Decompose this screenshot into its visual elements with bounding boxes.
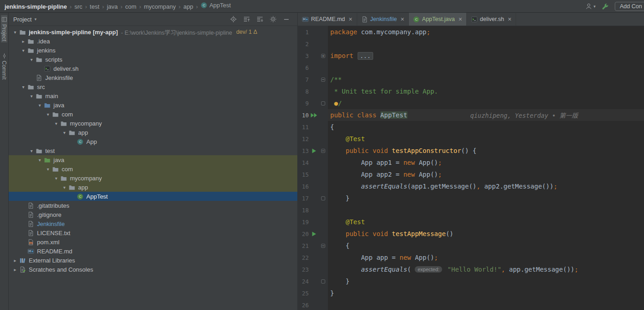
code-line-text[interactable]: package com.mycompany.app; bbox=[328, 26, 644, 38]
tree-row[interactable]: ▾java bbox=[9, 100, 297, 110]
line-number[interactable]: 10 bbox=[298, 112, 309, 119]
chevron-right-icon[interactable]: ▸ bbox=[11, 258, 19, 263]
line-number[interactable]: 21 bbox=[298, 242, 309, 249]
code-line-text[interactable]: public class AppTestqiuzhipeng, Yesterda… bbox=[328, 109, 644, 121]
editor-tab[interactable]: Jenkinsfile× bbox=[357, 13, 409, 26]
folded-region[interactable]: ... bbox=[358, 52, 373, 60]
tree-row[interactable]: ▾jenkins bbox=[9, 46, 297, 55]
line-number[interactable]: 14 bbox=[298, 159, 309, 166]
line-number[interactable]: 6 bbox=[298, 64, 309, 71]
code-line-text[interactable]: assertEquals(app1.getMessage(), app2.get… bbox=[328, 180, 644, 192]
code-line-text[interactable]: @Test bbox=[328, 216, 644, 228]
code-line-text[interactable]: { bbox=[328, 121, 644, 133]
line-number[interactable]: 11 bbox=[298, 124, 309, 131]
tree-row[interactable]: ▾src bbox=[9, 82, 297, 91]
tree-row[interactable]: ▸External Libraries bbox=[9, 256, 297, 265]
chevron-down-icon[interactable]: ▾ bbox=[11, 30, 19, 35]
code-line-text[interactable]: @Test bbox=[328, 133, 644, 145]
line-number[interactable]: 22 bbox=[298, 254, 309, 261]
wrench-icon[interactable] bbox=[602, 3, 609, 10]
close-icon[interactable]: × bbox=[401, 16, 404, 22]
chevron-down-icon[interactable]: ▾ bbox=[20, 48, 27, 53]
chevron-down-icon[interactable]: ▾ bbox=[20, 84, 27, 89]
tree-row[interactable]: ▾com bbox=[9, 164, 297, 173]
chevron-down-icon[interactable]: ▾ bbox=[44, 167, 52, 172]
breadcrumb-item[interactable]: app bbox=[183, 3, 193, 10]
expandall-icon[interactable] bbox=[243, 16, 250, 23]
editor-tab[interactable]: CAppTest.java× bbox=[409, 13, 467, 26]
code-line-text[interactable]: } bbox=[328, 287, 644, 299]
tree-row[interactable]: ▾jenkins-simple-pipline [my-app]- E:\wor… bbox=[9, 27, 297, 37]
chevron-down-icon[interactable]: ▾ bbox=[61, 130, 68, 135]
code-line-text[interactable]: } bbox=[328, 275, 644, 287]
code-line-text[interactable]: App app2 = new App(); bbox=[328, 168, 644, 180]
line-number[interactable]: 25 bbox=[298, 290, 309, 297]
line-number[interactable]: 16 bbox=[298, 183, 309, 190]
line-number[interactable]: 15 bbox=[298, 171, 309, 178]
fold-end-icon[interactable] bbox=[319, 101, 327, 105]
code-line-text[interactable]: public void testAppMessage() bbox=[328, 228, 644, 240]
code-line-text[interactable] bbox=[328, 299, 644, 310]
tree-row[interactable]: ▾java bbox=[9, 155, 297, 164]
line-number[interactable]: 13 bbox=[298, 147, 309, 154]
tool-button-project[interactable]: Project bbox=[1, 15, 7, 42]
line-number[interactable]: 18 bbox=[298, 207, 309, 214]
fold-end-icon[interactable] bbox=[319, 196, 327, 200]
tree-row[interactable]: README.md bbox=[9, 247, 297, 256]
tree-row[interactable]: ▸.idea bbox=[9, 37, 297, 46]
tree-row[interactable]: Jenkinsfile bbox=[9, 219, 297, 228]
line-number[interactable]: 19 bbox=[298, 219, 309, 226]
line-number[interactable]: 20 bbox=[298, 231, 309, 237]
tree-row[interactable]: Jenkinsfile bbox=[9, 73, 297, 82]
line-number[interactable]: 3 bbox=[298, 53, 309, 59]
line-number[interactable]: 1 bbox=[298, 29, 309, 36]
line-number[interactable]: 17 bbox=[298, 195, 309, 202]
line-number[interactable]: 2 bbox=[298, 41, 309, 47]
chevron-down-icon[interactable]: ▾ bbox=[28, 148, 35, 153]
locate-icon[interactable] bbox=[230, 16, 237, 23]
breadcrumb-item[interactable]: src bbox=[74, 3, 82, 10]
line-number[interactable]: 12 bbox=[298, 136, 309, 142]
tree-row[interactable]: ▾com bbox=[9, 110, 297, 119]
code-line-text[interactable] bbox=[328, 62, 644, 74]
tree-row[interactable]: .gitignore bbox=[9, 210, 297, 219]
line-number[interactable]: 24 bbox=[298, 278, 309, 285]
breadcrumb-item[interactable]: jenkins-simple-pipline bbox=[5, 3, 67, 10]
chevron-right-icon[interactable]: ▸ bbox=[20, 39, 27, 44]
close-icon[interactable]: × bbox=[508, 16, 512, 22]
collapseall-icon[interactable] bbox=[256, 16, 264, 23]
chevron-down-icon[interactable]: ▾ bbox=[28, 94, 35, 99]
run-test-icon[interactable] bbox=[309, 113, 319, 118]
close-icon[interactable]: × bbox=[348, 16, 352, 22]
line-number[interactable]: 9 bbox=[298, 100, 309, 107]
line-number[interactable]: 7 bbox=[298, 76, 309, 83]
breadcrumb-item[interactable]: CAppTest bbox=[201, 2, 231, 9]
tree-row[interactable]: mpom.xml bbox=[9, 237, 297, 247]
tree-row[interactable]: .gitattributes bbox=[9, 201, 297, 210]
code-line-text[interactable]: /** bbox=[328, 74, 644, 85]
code-line-text[interactable]: { bbox=[328, 240, 644, 252]
chevron-down-icon[interactable]: ▾ bbox=[53, 121, 60, 126]
code-line-text[interactable] bbox=[328, 204, 644, 216]
breadcrumb-item[interactable]: mycompany bbox=[144, 3, 176, 10]
editor-tab[interactable]: README.md× bbox=[298, 13, 357, 26]
code-line-text[interactable]: assertEquals( expected: "Hello World!", … bbox=[328, 263, 644, 275]
breadcrumb-item[interactable]: test bbox=[90, 3, 100, 10]
tree-row[interactable]: ▾main bbox=[9, 91, 297, 100]
code-line-text[interactable]: public void testAppConstructor() { bbox=[328, 145, 644, 157]
chevron-down-icon[interactable]: ▾ bbox=[36, 103, 43, 108]
breadcrumb-item[interactable]: com bbox=[125, 3, 137, 10]
tree-row[interactable]: deliver.sh bbox=[9, 64, 297, 73]
tree-row[interactable]: ▾scripts bbox=[9, 55, 297, 64]
chevron-down-icon[interactable]: ▾ bbox=[36, 158, 43, 163]
fold-minus-icon[interactable]: − bbox=[319, 78, 327, 82]
tree-row[interactable]: CApp bbox=[9, 137, 297, 146]
fold-minus-icon[interactable]: − bbox=[319, 244, 327, 248]
minus-icon[interactable] bbox=[283, 16, 290, 23]
code-line-text[interactable]: App app1 = new App(); bbox=[328, 157, 644, 168]
fold-minus-icon[interactable]: − bbox=[319, 149, 327, 153]
code-line-text[interactable]: * Unit test for simple App. bbox=[328, 85, 644, 97]
code-line-text[interactable]: App app = new App(); bbox=[328, 252, 644, 263]
chevron-down-icon[interactable]: ▾ bbox=[28, 57, 35, 62]
run-test-icon[interactable] bbox=[309, 231, 319, 236]
